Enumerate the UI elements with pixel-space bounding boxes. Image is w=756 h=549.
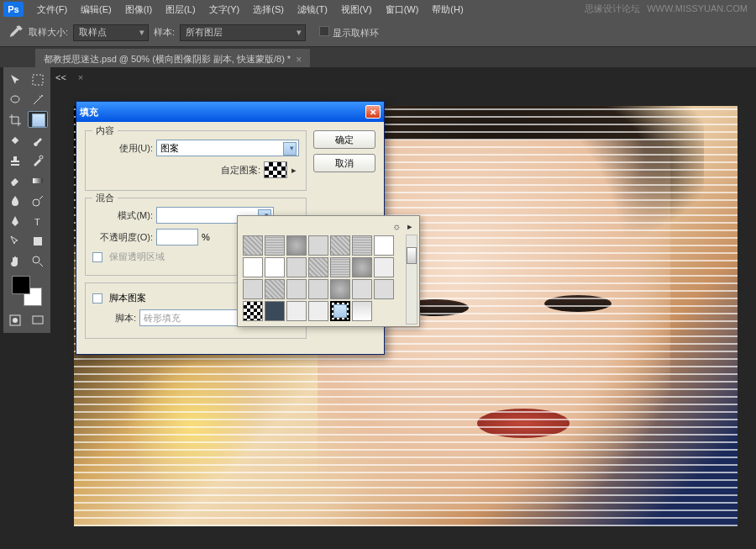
menu-window[interactable]: 窗口(W) — [379, 2, 426, 18]
pattern-item[interactable] — [374, 235, 394, 256]
pattern-item[interactable] — [308, 257, 328, 277]
blur-tool[interactable] — [5, 192, 25, 210]
menu-type[interactable]: 文字(Y) — [202, 2, 247, 18]
brush-tool[interactable] — [28, 131, 48, 150]
screenmode-tool[interactable] — [28, 311, 48, 330]
crop-tool[interactable] — [5, 111, 25, 129]
pattern-item[interactable] — [286, 279, 307, 299]
pattern-item[interactable] — [330, 279, 350, 299]
sample-size-select[interactable]: 取样点 — [73, 24, 149, 41]
script-pattern-label: 脚本图案 — [109, 292, 146, 304]
pattern-item[interactable] — [286, 301, 307, 321]
document-tab[interactable]: 都教授思迷达.psd @ 50% (横向图像阴影 副本, 快速蒙版/8) * × — [35, 49, 310, 67]
preserve-checkbox[interactable] — [92, 252, 102, 262]
sample-select[interactable]: 所有图层 — [180, 24, 306, 41]
blend-group-title: 混合 — [92, 192, 118, 204]
custom-pattern-label: 自定图案: — [221, 164, 260, 177]
pattern-item[interactable] — [352, 235, 372, 256]
svg-point-10 — [33, 256, 39, 263]
menu-filter[interactable]: 滤镜(T) — [291, 2, 334, 18]
shape-tool[interactable] — [28, 232, 48, 251]
menu-edit[interactable]: 编辑(E) — [74, 2, 118, 18]
menu-view[interactable]: 视图(V) — [334, 2, 379, 18]
path-tool[interactable] — [5, 232, 25, 251]
opacity-suffix: % — [202, 232, 210, 242]
type-tool[interactable]: T — [28, 212, 48, 230]
svg-rect-3 — [12, 137, 18, 144]
pattern-item[interactable] — [243, 235, 263, 256]
ok-button[interactable]: 确定 — [313, 130, 375, 149]
picker-menu-icon[interactable]: ▸ — [407, 221, 412, 232]
history-brush-tool[interactable] — [28, 151, 48, 170]
document-title: 都教授思迷达.psd @ 50% (横向图像阴影 副本, 快速蒙版/8) * — [44, 53, 291, 66]
dialog-title: 填充 — [80, 106, 98, 119]
sample-size-label: 取样大小: — [29, 26, 68, 39]
pattern-item[interactable] — [286, 235, 307, 256]
pattern-item[interactable] — [308, 301, 328, 321]
zoom-tool[interactable] — [28, 252, 48, 271]
picker-gear-icon[interactable]: ☼ — [392, 221, 401, 232]
content-group: 内容 使用(U): 图案 自定图案: — [85, 130, 307, 191]
pattern-item[interactable] — [265, 301, 285, 321]
lasso-tool[interactable] — [5, 91, 25, 109]
mode-label: 模式(M): — [92, 209, 153, 222]
show-ring-label: 显示取样环 — [333, 28, 379, 38]
pen-tool[interactable] — [5, 212, 25, 230]
foreground-color[interactable] — [12, 276, 30, 294]
pattern-item[interactable] — [352, 301, 372, 321]
pattern-item[interactable] — [352, 257, 372, 277]
wand-tool[interactable] — [28, 91, 48, 109]
menu-help[interactable]: 帮助(H) — [425, 2, 470, 18]
menu-select[interactable]: 选择(S) — [246, 2, 291, 18]
menu-image[interactable]: 图像(I) — [118, 2, 159, 18]
picker-scrollbar[interactable] — [406, 235, 417, 325]
close-icon[interactable]: × — [296, 54, 302, 66]
pattern-item[interactable] — [308, 279, 328, 299]
color-swatches[interactable] — [12, 276, 42, 306]
pattern-item[interactable] — [374, 257, 394, 277]
pattern-item[interactable] — [265, 279, 285, 299]
pattern-item[interactable] — [352, 279, 372, 299]
show-ring-checkbox[interactable] — [319, 26, 329, 36]
opacity-input[interactable] — [156, 229, 198, 245]
gradient-tool[interactable] — [28, 172, 48, 190]
cancel-button[interactable]: 取消 — [313, 154, 375, 172]
pattern-item[interactable] — [265, 235, 285, 256]
dialog-titlebar[interactable]: 填充 ✕ — [76, 102, 384, 122]
eyedropper-tool[interactable] — [28, 111, 48, 128]
menu-layer[interactable]: 图层(L) — [159, 2, 202, 18]
use-select[interactable]: 图案 — [156, 140, 299, 156]
use-label: 使用(U): — [92, 142, 153, 155]
pattern-item[interactable] — [330, 235, 350, 256]
dodge-tool[interactable] — [28, 192, 48, 210]
pattern-item[interactable] — [330, 257, 350, 277]
svg-text:T: T — [34, 217, 40, 227]
marquee-tool[interactable] — [28, 71, 48, 89]
pattern-item[interactable] — [374, 279, 394, 299]
pattern-grid — [241, 234, 416, 323]
close-icon[interactable]: ✕ — [365, 105, 381, 119]
hand-tool[interactable] — [5, 252, 25, 271]
pattern-item[interactable] — [308, 235, 328, 256]
pattern-picker: ☼ ▸ — [237, 215, 420, 327]
menu-file[interactable]: 文件(F) — [30, 2, 74, 18]
eraser-tool[interactable] — [5, 172, 25, 190]
quickmask-tool[interactable] — [5, 311, 25, 330]
svg-rect-0 — [33, 75, 43, 85]
svg-point-12 — [13, 318, 18, 323]
toolbox: T — [3, 67, 50, 333]
pattern-item[interactable] — [243, 301, 263, 321]
heal-tool[interactable] — [5, 131, 25, 150]
pattern-swatch-button[interactable] — [264, 161, 287, 178]
svg-rect-6 — [33, 178, 43, 183]
stamp-tool[interactable] — [5, 151, 25, 170]
svg-rect-9 — [34, 237, 42, 245]
move-tool[interactable] — [5, 71, 25, 89]
pattern-item[interactable] — [286, 257, 307, 277]
pattern-item[interactable] — [243, 257, 263, 277]
pattern-item-selected[interactable] — [330, 301, 350, 321]
pattern-item[interactable] — [243, 279, 263, 299]
script-checkbox[interactable] — [92, 293, 102, 304]
pattern-item[interactable] — [265, 257, 285, 277]
svg-point-5 — [39, 156, 43, 159]
